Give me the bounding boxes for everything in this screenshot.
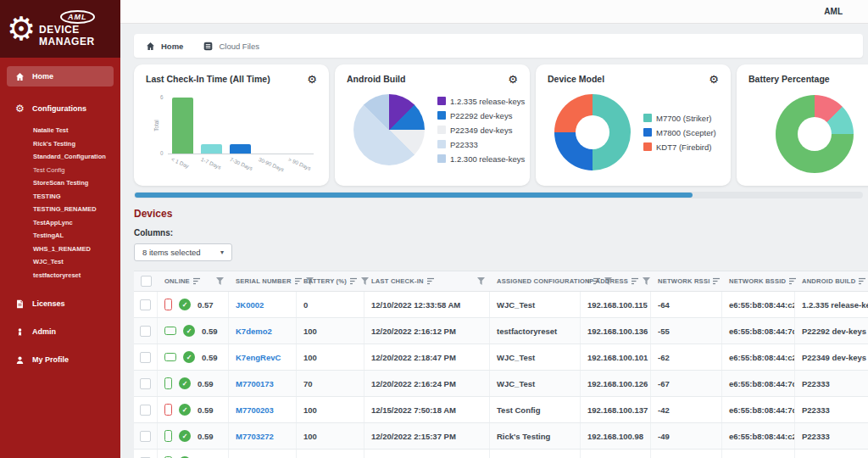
table-row[interactable]: 0.57JK0002012/10/2022 12:33:58 AMWJC_Tes… [134, 292, 868, 318]
last-checkin-cell: 12/20/2022 2:18:47 PM [364, 344, 490, 370]
row-checkbox[interactable] [140, 299, 151, 310]
sort-icon[interactable] [350, 277, 358, 285]
serial-number-link[interactable]: M77eng06 [229, 450, 297, 458]
table-row[interactable]: 0.59K7engRevC10012/20/2022 2:18:47 PMWJC… [134, 344, 868, 371]
card-title: Android Build [347, 74, 405, 84]
row-checkbox[interactable] [140, 326, 151, 337]
card-battery-percentage: Battery Percentage [737, 64, 868, 186]
legend-label: P22333 [450, 140, 478, 149]
logo-gear-icon [7, 13, 36, 45]
gear-icon [15, 104, 25, 114]
table-header-row: ONLINESERIAL NUMBERBATTERY (%)LAST CHECK… [134, 271, 868, 292]
sidebar-item-admin[interactable]: Admin [0, 321, 120, 342]
sidebar-config-item[interactable]: TestingAL [33, 229, 120, 243]
sidebar-config-item[interactable]: WHS_1_RENAMED [33, 243, 120, 256]
sidebar-config-item[interactable]: Standard_Configuration [33, 150, 120, 164]
sort-icon[interactable] [632, 277, 639, 285]
sort-icon[interactable] [427, 277, 435, 285]
serial-number-link[interactable]: JK0002 [229, 292, 297, 317]
online-check-icon [179, 377, 191, 389]
sort-icon[interactable] [193, 277, 201, 285]
serial-number-link[interactable]: M7700203 [229, 397, 297, 422]
android-build-cell: 1.2.335 release-keys [795, 292, 868, 317]
row-checkbox[interactable] [140, 405, 151, 416]
column-header-label: NETWORK BSSID [729, 277, 786, 285]
breadcrumb-cloud-files[interactable]: Cloud Files [203, 42, 259, 51]
card-settings-gear-icon[interactable] [709, 74, 719, 85]
home-icon [15, 72, 25, 81]
sidebar-config-item[interactable]: TESTING [33, 190, 120, 204]
bar-slot: 30-90 Days [257, 97, 282, 154]
bar [201, 144, 222, 154]
column-header-battery-: BATTERY (%) [297, 271, 364, 291]
sidebar-config-item[interactable]: Natalie Test [33, 124, 120, 137]
online-value: 0.59 [198, 432, 214, 441]
sidebar-item-my-profile[interactable]: My Profile [0, 349, 120, 370]
column-header-label: IP ADDRESS [587, 277, 628, 285]
card-settings-gear-icon[interactable] [307, 74, 317, 85]
sidebar-config-item[interactable]: testfactoryreset [33, 269, 120, 282]
last-checkin-cell: 12/15/2022 7:50:18 AM [364, 397, 490, 422]
sidebar-item-home[interactable]: Home [7, 66, 114, 87]
serial-number-link[interactable]: K7engRevC [229, 344, 297, 370]
columns-multiselect[interactable]: 8 items selected [134, 243, 232, 261]
table-row[interactable]: 0.59M770020310012/15/2022 7:50:18 AMTest… [134, 397, 868, 423]
online-value: 0.57 [198, 300, 214, 310]
bar-slot: 1-7 Days [199, 97, 225, 154]
scrollbar-thumb[interactable] [135, 193, 693, 198]
user-menu[interactable]: AML [824, 7, 843, 16]
row-checkbox[interactable] [140, 352, 151, 363]
sidebar-config-item[interactable]: TESTING_RENAMED [33, 203, 120, 216]
network-rssi-cell: -49 [651, 423, 722, 449]
legend-item: M7700 (Striker) [643, 114, 716, 123]
card-settings-gear-icon[interactable] [508, 74, 518, 85]
sidebar-item-label: Licenses [32, 299, 65, 308]
sidebar-config-item[interactable]: StoreScan Testing [33, 176, 120, 190]
table-row[interactable]: 0.59K7demo210012/20/2022 2:16:12 PMtestf… [134, 318, 868, 344]
online-value: 0.59 [198, 405, 214, 415]
sort-icon[interactable] [713, 277, 721, 285]
select-all-checkbox[interactable] [141, 276, 152, 287]
x-tick-label: 7-30 Days [229, 156, 253, 171]
table-row[interactable]: 0.59M77001737012/20/2022 2:16:24 PMWJC_T… [134, 371, 868, 397]
bar [172, 98, 193, 154]
sidebar-item-configurations[interactable]: Configurations [0, 98, 120, 119]
online-cell: 0.57 [158, 292, 229, 317]
app-logo: AML DEVICE MANAGER [0, 0, 120, 58]
sidebar-item-label: My Profile [32, 355, 69, 364]
serial-number-link[interactable]: K7demo2 [229, 318, 297, 344]
breadcrumb-home[interactable]: Home [146, 42, 183, 51]
chart-legend: 1.2.335 release-keysP22292 dev-keysP2234… [437, 97, 525, 164]
network-rssi-cell: -62 [651, 344, 722, 370]
card-title: Device Model [548, 74, 604, 84]
table-row[interactable]: 0.59M770327210012/20/2022 2:15:37 PMRick… [134, 423, 868, 450]
filter-funnel-icon[interactable] [216, 277, 224, 285]
table-row[interactable]: 0.59M77eng0610012/20/2022 2:16:26 PMtest… [134, 450, 868, 458]
sidebar-config-item[interactable]: TestAppLync [33, 216, 120, 230]
column-header-label: NETWORK RSSI [658, 277, 709, 285]
legend-label: 1.2.300 release-keys [450, 154, 525, 164]
sidebar-config-item[interactable]: Rick's Testing [33, 137, 120, 151]
columns-selected-value: 8 items selected [142, 248, 201, 257]
horizontal-scrollbar[interactable] [134, 192, 863, 198]
filter-funnel-icon[interactable] [477, 277, 485, 285]
sidebar-config-item[interactable]: Test Config [33, 164, 120, 177]
assigned-configuration-cell: Rick's Testing [490, 423, 581, 449]
row-checkbox[interactable] [140, 431, 151, 442]
filter-funnel-icon[interactable] [643, 277, 650, 285]
sort-icon[interactable] [859, 277, 866, 285]
serial-number-link[interactable]: M7703272 [229, 423, 297, 449]
assigned-configuration-cell: WJC_Test [490, 344, 581, 370]
serial-number-link[interactable]: M7700173 [229, 371, 297, 396]
ip-address-cell: 192.168.100.98 [581, 423, 651, 449]
legend-item: P22333 [437, 140, 525, 149]
legend-item: 1.2.300 release-keys [437, 154, 525, 164]
sidebar-item-licenses[interactable]: Licenses [0, 293, 120, 314]
online-cell: 0.59 [158, 371, 229, 396]
sidebar-config-item[interactable]: WJC_Test [33, 255, 120, 269]
online-value: 0.59 [198, 379, 214, 388]
logo-line1: DEVICE [39, 25, 95, 36]
assigned-configuration-cell: WJC_Test [490, 292, 581, 317]
logo-line2: MANAGER [39, 36, 95, 47]
row-checkbox[interactable] [140, 378, 151, 389]
